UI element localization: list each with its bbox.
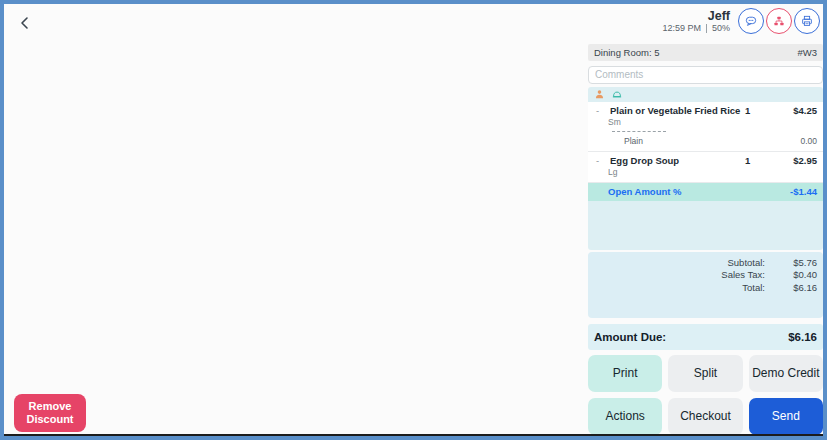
seat-row xyxy=(588,87,823,102)
item-size: Lg xyxy=(608,167,817,178)
print-button[interactable]: Print xyxy=(588,355,662,392)
order-item-egg-drop-soup[interactable]: - Egg Drop Soup 1 $2.95 Lg xyxy=(588,152,823,183)
item-qty: 1 xyxy=(745,105,771,117)
print-receipt-button[interactable] xyxy=(794,8,820,34)
total-label: Total: xyxy=(742,282,765,295)
subtotal-label: Subtotal: xyxy=(728,257,766,270)
sales-tax-label: Sales Tax: xyxy=(721,269,765,282)
pos-screen: Jeff 12:59 PM 50% xyxy=(4,4,823,436)
item-bullet: - xyxy=(594,105,610,117)
sales-tax-value: $0.40 xyxy=(765,269,817,282)
table-layout-button[interactable] xyxy=(766,8,792,34)
item-price: $4.25 xyxy=(771,105,817,117)
person-icon xyxy=(594,89,605,100)
amount-due-value: $6.16 xyxy=(788,331,817,343)
subtotal-row: Subtotal: $5.76 xyxy=(588,257,823,270)
cloche-icon xyxy=(611,89,623,100)
modifier-price: 0.00 xyxy=(771,135,817,147)
item-size: Sm xyxy=(608,117,817,128)
order-header: Dining Room: 5 #W3 xyxy=(588,44,823,61)
printer-icon xyxy=(800,14,814,28)
item-row: - Egg Drop Soup 1 $2.95 xyxy=(594,155,817,167)
order-items-area: - Plain or Vegetable Fried Rice 1 $4.25 … xyxy=(588,87,823,250)
chat-bubble-icon xyxy=(744,14,758,28)
discount-amount: -$1.44 xyxy=(771,186,823,197)
order-item-fried-rice[interactable]: - Plain or Vegetable Fried Rice 1 $4.25 … xyxy=(588,102,823,152)
table-label: Dining Room: 5 xyxy=(594,47,659,58)
modifier-row: Plain 0.00 xyxy=(594,135,817,147)
comments-wrap xyxy=(588,64,823,84)
user-block: Jeff 12:59 PM 50% xyxy=(662,9,730,34)
order-panel: Dining Room: 5 #W3 - xyxy=(588,44,823,435)
item-qty: 1 xyxy=(745,155,771,167)
topbar-right: Jeff 12:59 PM 50% xyxy=(662,8,820,34)
totals-block: Subtotal: $5.76 Sales Tax: $0.40 Total: … xyxy=(588,252,823,318)
amount-due-bar: Amount Due: $6.16 xyxy=(588,324,823,350)
chevron-left-icon xyxy=(17,15,33,31)
remove-discount-button[interactable]: Remove Discount xyxy=(14,394,86,432)
total-row: Total: $6.16 xyxy=(588,282,823,295)
modifier-name: Plain xyxy=(594,135,771,147)
sitemap-icon xyxy=(772,14,786,28)
status-row: 12:59 PM 50% xyxy=(662,23,730,34)
item-bullet: - xyxy=(594,155,610,167)
actions-button[interactable]: Actions xyxy=(588,398,662,435)
sales-tax-row: Sales Tax: $0.40 xyxy=(588,269,823,282)
demo-credit-button[interactable]: Demo Credit xyxy=(749,355,823,392)
messages-button[interactable] xyxy=(738,8,764,34)
item-row: - Plain or Vegetable Fried Rice 1 $4.25 xyxy=(594,105,817,117)
battery-percent: 50% xyxy=(712,23,730,34)
item-name: Plain or Vegetable Fried Rice xyxy=(610,105,745,117)
item-price: $2.95 xyxy=(771,155,817,167)
open-amount-discount-row[interactable]: Open Amount % -$1.44 xyxy=(588,183,823,201)
user-name: Jeff xyxy=(662,9,730,23)
back-button[interactable] xyxy=(14,12,36,34)
order-number: #W3 xyxy=(797,47,817,58)
checkout-button[interactable]: Checkout xyxy=(668,398,742,435)
total-value: $6.16 xyxy=(765,282,817,295)
comments-input[interactable] xyxy=(588,66,823,84)
amount-due-label: Amount Due: xyxy=(594,331,666,343)
split-button[interactable]: Split xyxy=(668,355,742,392)
items-list: - Plain or Vegetable Fried Rice 1 $4.25 … xyxy=(588,102,823,201)
modifier-separator xyxy=(612,131,666,132)
status-divider xyxy=(706,24,707,33)
subtotal-value: $5.76 xyxy=(765,257,817,270)
discount-label: Open Amount % xyxy=(588,186,771,197)
send-button[interactable]: Send xyxy=(749,398,823,435)
window-bottom-edge xyxy=(4,434,823,436)
clock-time: 12:59 PM xyxy=(662,23,701,34)
item-name: Egg Drop Soup xyxy=(610,155,745,167)
action-button-grid: Print Split Demo Credit Actions Checkout… xyxy=(588,355,823,435)
